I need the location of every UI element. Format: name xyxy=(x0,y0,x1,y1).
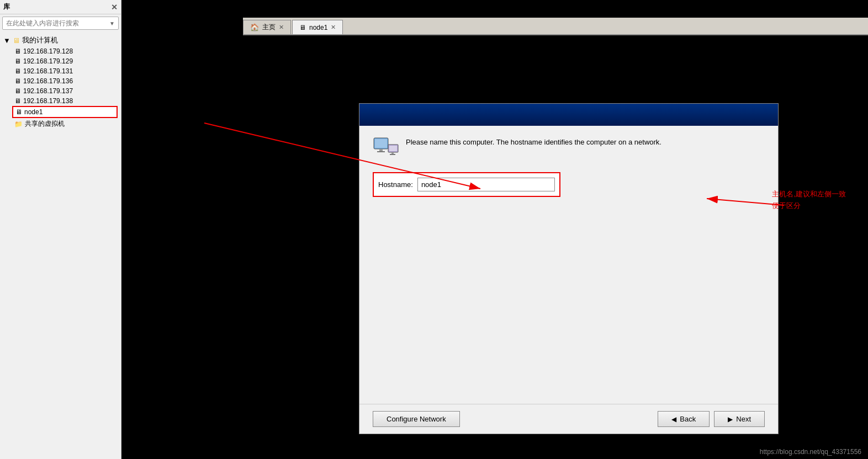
tree-item-label: 192.168.179.129 xyxy=(23,57,73,65)
svg-rect-1 xyxy=(375,139,387,148)
search-bar[interactable]: ▼ xyxy=(2,17,119,30)
tree-item-ip136[interactable]: 🖥 192.168.179.136 xyxy=(12,76,118,86)
hostname-input[interactable] xyxy=(417,178,555,191)
vm-icon: 🖥 xyxy=(14,47,21,55)
tree-item-label: 192.168.179.128 xyxy=(23,47,73,55)
vm-icon: 🖥 xyxy=(14,67,21,75)
next-label: Next xyxy=(736,415,751,423)
tab-node1-vm-icon: 🖥 xyxy=(299,24,306,31)
tree-item-ip137[interactable]: 🖥 192.168.179.137 xyxy=(12,86,118,96)
tree-item-label: node1 xyxy=(24,108,43,116)
annotation-line2: 便于区分 xyxy=(772,200,846,212)
configure-network-button[interactable]: Configure Network xyxy=(373,411,460,427)
intro-text: Please name this computer. The hostname … xyxy=(406,137,661,148)
vm-icon: 🖥 xyxy=(14,77,21,85)
hostname-section: Hostname: xyxy=(373,172,560,197)
dialog-intro: Please name this computer. The hostname … xyxy=(373,137,765,161)
tree-item-shared[interactable]: 📁 共享的虚拟机 xyxy=(12,118,118,130)
dialog-body: Please name this computer. The hostname … xyxy=(359,126,778,404)
folder-icon: 📁 xyxy=(14,120,23,128)
tree-item-ip138[interactable]: 🖥 192.168.179.138 xyxy=(12,96,118,106)
svg-rect-7 xyxy=(390,154,395,155)
next-icon: ▶ xyxy=(728,415,733,423)
panel-close-button[interactable]: ✕ xyxy=(111,3,118,12)
installer-dialog: Please name this computer. The hostname … xyxy=(359,103,779,434)
vm-icon: 🖥 xyxy=(14,87,21,95)
watermark: https://blog.csdn.net/qq_43371556 xyxy=(760,448,861,456)
next-button[interactable]: ▶ Next xyxy=(714,411,765,427)
svg-rect-5 xyxy=(389,146,397,151)
home-icon: 🏠 xyxy=(250,23,259,31)
annotation: 主机名,建议和左侧一致 便于区分 xyxy=(772,189,846,212)
tree-area: ▼ 🖥 我的计算机 🖥 192.168.179.128 🖥 192.168.17… xyxy=(0,32,121,459)
tab-home[interactable]: 🏠 主页 ✕ xyxy=(243,20,291,34)
configure-network-label: Configure Network xyxy=(387,415,446,423)
svg-rect-2 xyxy=(379,149,383,151)
svg-rect-3 xyxy=(377,151,385,152)
tabs-bar: 🏠 主页 ✕ 🖥 node1 ✕ xyxy=(243,18,868,35)
dialog-spacer xyxy=(373,197,765,393)
tree-item-ip131[interactable]: 🖥 192.168.179.131 xyxy=(12,66,118,76)
tree-item-node1[interactable]: 🖥 node1 xyxy=(12,106,118,118)
hostname-label: Hostname: xyxy=(378,180,413,189)
tab-node1-label: node1 xyxy=(309,24,327,31)
vm-icon: 🖥 xyxy=(15,108,22,116)
vm-icon: 🖥 xyxy=(14,97,21,105)
tree-item-label: 192.168.179.137 xyxy=(23,87,73,95)
tab-node1[interactable]: 🖥 node1 ✕ xyxy=(292,20,343,34)
search-input[interactable] xyxy=(6,19,109,27)
vm-icon: 🖥 xyxy=(14,57,21,65)
nav-buttons: ◀ Back ▶ Next xyxy=(658,411,765,427)
back-icon: ◀ xyxy=(671,415,676,423)
tree-children: 🖥 192.168.179.128 🖥 192.168.179.129 🖥 19… xyxy=(3,46,118,130)
computer-graphic xyxy=(373,137,399,161)
tree-root-my-computer[interactable]: ▼ 🖥 我的计算机 xyxy=(3,34,118,46)
main-area: 🏠 主页 ✕ 🖥 node1 ✕ xyxy=(121,18,868,459)
tree-item-label: 共享的虚拟机 xyxy=(25,119,65,129)
search-dropdown-icon[interactable]: ▼ xyxy=(109,20,115,26)
annotation-line1: 主机名,建议和左侧一致 xyxy=(772,189,846,200)
tab-home-label: 主页 xyxy=(262,23,276,32)
my-computer-icon: 🖥 xyxy=(13,36,20,45)
tab-node1-close-icon[interactable]: ✕ xyxy=(331,24,336,31)
svg-rect-6 xyxy=(391,152,394,154)
panel-title: 库 xyxy=(3,2,10,12)
left-panel: 库 ✕ ▼ ▼ 🖥 我的计算机 🖥 192.168.179.128 🖥 192.… xyxy=(0,0,121,459)
tree-item-ip129[interactable]: 🖥 192.168.179.129 xyxy=(12,56,118,66)
tree-root-label: 我的计算机 xyxy=(22,35,58,45)
dialog-header xyxy=(359,104,778,126)
back-label: Back xyxy=(680,415,696,423)
tree-item-label: 192.168.179.131 xyxy=(23,67,73,75)
tree-item-ip128[interactable]: 🖥 192.168.179.128 xyxy=(12,46,118,56)
tree-item-label: 192.168.179.138 xyxy=(23,97,73,105)
tab-home-close-icon[interactable]: ✕ xyxy=(279,24,284,31)
expand-icon: ▼ xyxy=(3,36,10,45)
panel-title-bar: 库 ✕ xyxy=(0,0,121,14)
back-button[interactable]: ◀ Back xyxy=(658,411,710,427)
dialog-footer: Configure Network ◀ Back ▶ Next xyxy=(359,404,778,434)
tree-item-label: 192.168.179.136 xyxy=(23,77,73,85)
